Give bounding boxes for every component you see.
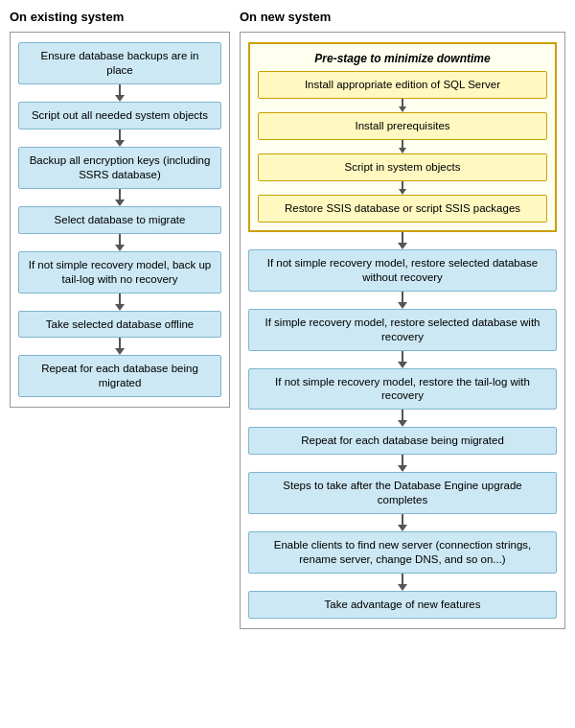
right-step-5: Enable clients to find new server (conne…: [248, 531, 557, 574]
right-arrow-2: [398, 351, 407, 368]
right-flow-container: Pre-stage to minimize downtime Install a…: [240, 32, 565, 629]
left-step-5: Take selected database offline: [18, 311, 221, 339]
right-arrow-3: [398, 410, 407, 427]
arrow-0: [115, 84, 125, 102]
arrow-1: [115, 129, 125, 147]
arrow-4: [115, 294, 125, 311]
left-step-6: Repeat for each database being migrated: [18, 355, 221, 397]
left-step-0: Ensure database backups are in place: [18, 42, 221, 84]
right-arrow-4: [398, 455, 407, 472]
right-column: On new system Pre-stage to minimize down…: [240, 10, 565, 629]
right-step-3: Repeat for each database being migrated: [248, 427, 557, 455]
right-step-4: Steps to take after the Database Engine …: [248, 472, 557, 514]
right-header: On new system: [240, 10, 565, 24]
left-step-3: Select database to migrate: [18, 206, 221, 234]
prestage-arrow-0: [399, 99, 406, 112]
arrow-5: [115, 338, 125, 355]
left-flow-container: Ensure database backups are in place Scr…: [10, 32, 230, 408]
right-step-2: If not simple recovery model, restore th…: [248, 368, 557, 411]
left-column: On existing system Ensure database backu…: [10, 10, 230, 629]
main-container: On existing system Ensure database backu…: [10, 10, 565, 629]
prestage-label: Pre-stage to minimize downtime: [314, 52, 490, 65]
prestage-step-3: Restore SSIS database or script SSIS pac…: [258, 195, 547, 223]
prestage-step-1: Install prerequisites: [258, 112, 547, 140]
prestage-box: Pre-stage to minimize downtime Install a…: [248, 42, 557, 232]
right-step-1: If simple recovery model, restore select…: [248, 309, 557, 351]
left-header: On existing system: [10, 10, 230, 24]
arrow-3: [115, 234, 125, 251]
prestage-step-0: Install appropriate edition of SQL Serve…: [258, 71, 547, 99]
right-arrow-6: [398, 574, 407, 591]
prestage-arrow-2: [399, 181, 406, 195]
right-arrow-1: [398, 292, 407, 309]
left-step-1: Script out all needed system objects: [18, 102, 221, 129]
right-step-0: If not simple recovery model, restore se…: [248, 249, 557, 292]
left-step-2: Backup all encryption keys (including SS…: [18, 147, 221, 189]
right-arrow-0: [398, 232, 407, 249]
prestage-step-2: Script in system objects: [258, 153, 547, 181]
right-step-6: Take advantage of new features: [248, 591, 557, 619]
right-arrow-5: [398, 514, 407, 531]
prestage-arrow-1: [399, 140, 406, 153]
arrow-2: [115, 189, 125, 206]
left-step-4: If not simple recovery model, back up ta…: [18, 251, 221, 294]
